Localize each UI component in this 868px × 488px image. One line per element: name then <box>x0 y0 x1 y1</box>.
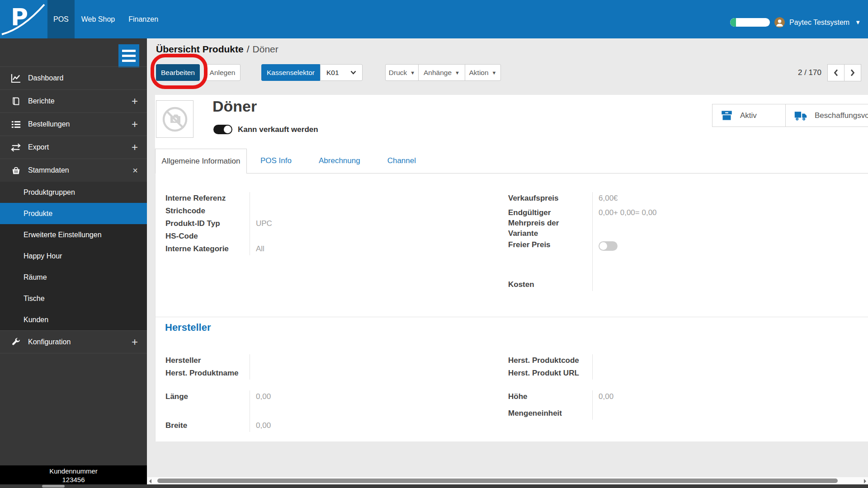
field-label: HS-Code <box>165 230 250 243</box>
customer-number-label: Kundennummer <box>0 467 147 475</box>
list-icon <box>11 120 21 129</box>
register-selector-button[interactable]: Kassenselektor <box>261 64 320 81</box>
user-avatar[interactable] <box>774 17 785 28</box>
attachments-dropdown-button[interactable]: Anhänge▼ <box>418 64 465 81</box>
expand-plus-icon[interactable]: + <box>132 337 138 347</box>
top-navbar: P POS Web Shop Finanzen Paytec Testsyste… <box>0 0 868 38</box>
sellable-row: Kann verkauft werden <box>213 125 318 134</box>
brand-logo-icon: P <box>0 0 47 38</box>
archive-box-icon <box>721 110 733 121</box>
procurement-label: Beschaffungsvorg <box>815 111 868 120</box>
field-label: Herst. Produktname <box>165 367 250 380</box>
sidebar-item-produkte[interactable]: Produkte <box>0 203 147 224</box>
sidebar: Dashboard Berichte + Bestellungen + <box>0 38 147 488</box>
sidebar-item-raeume[interactable]: Räume <box>0 267 147 288</box>
sidebar-item-erweiterte-einstellungen[interactable]: Erweiterte Einstellungen <box>0 224 147 245</box>
edit-button[interactable]: Bearbeiten <box>156 64 200 81</box>
scroll-left-arrow-icon[interactable] <box>149 479 151 483</box>
chevron-down-icon <box>350 70 356 75</box>
field-label: Herst. Produkt URL <box>508 367 592 380</box>
app-window: P POS Web Shop Finanzen Paytec Testsyste… <box>0 0 868 488</box>
no-image-icon <box>160 105 189 134</box>
sidebar-item-stammdaten[interactable]: Stammdaten × <box>0 159 147 182</box>
main-content: Übersicht Produkte/Döner Bearbeiten Anle… <box>147 38 868 488</box>
usage-progress-fill <box>730 18 736 27</box>
product-image-placeholder[interactable] <box>156 100 193 138</box>
scroll-right-arrow-icon[interactable] <box>864 479 866 483</box>
field-value <box>256 192 326 205</box>
caret-down-icon: ▼ <box>455 70 460 75</box>
horizontal-scrollbar[interactable] <box>147 477 868 484</box>
sidebar-item-happy-hour[interactable]: Happy Hour <box>0 245 147 267</box>
field-value <box>599 407 669 420</box>
collapse-x-icon[interactable]: × <box>132 166 138 175</box>
field-label: Höhe <box>508 390 592 403</box>
active-status-button[interactable]: Aktiv <box>712 104 786 127</box>
print-dropdown-button[interactable]: Druck▼ <box>385 64 419 81</box>
chart-line-icon <box>11 74 21 83</box>
register-select[interactable]: K01 <box>320 64 363 81</box>
sidebar-item-tische[interactable]: Tische <box>0 288 147 309</box>
field-label: Breite <box>165 419 250 432</box>
usage-progress-bar <box>730 18 770 27</box>
create-button[interactable]: Anlegen <box>204 64 241 81</box>
sidebar-item-label: Konfiguration <box>28 338 71 346</box>
manufacturer-heading: Hersteller <box>165 322 211 333</box>
transfer-arrows-icon <box>11 143 21 152</box>
scrollbar-thumb[interactable] <box>157 479 838 483</box>
expand-plus-icon[interactable]: + <box>132 119 138 130</box>
sidebar-item-kunden[interactable]: Kunden <box>0 309 147 330</box>
sidebar-item-export[interactable]: Export + <box>0 136 147 159</box>
expand-plus-icon[interactable]: + <box>132 142 138 153</box>
sidebar-item-konfiguration[interactable]: Konfiguration + <box>0 330 147 353</box>
book-icon <box>11 97 21 106</box>
field-value: 0,00 <box>256 390 326 403</box>
next-record-button[interactable] <box>844 64 861 81</box>
user-menu[interactable]: Paytec Testsystem <box>789 19 849 27</box>
menu-toggle-button[interactable] <box>118 44 139 67</box>
sellable-toggle[interactable] <box>213 125 232 134</box>
customer-number-footer: Kundennummer 123456 <box>0 465 147 484</box>
print-label: Druck <box>389 69 407 77</box>
nav-tab-pos[interactable]: POS <box>47 0 75 38</box>
nav-tab-webshop[interactable]: Web Shop <box>75 0 122 38</box>
caret-down-icon: ▼ <box>492 70 497 75</box>
tab-allgemeine-information[interactable]: Allgemeine Information <box>155 149 247 174</box>
navbar-right-cluster: Paytec Testsystem ▼ <box>730 0 861 38</box>
chevron-down-icon[interactable]: ▼ <box>855 19 861 26</box>
customer-number-value: 123456 <box>0 475 147 484</box>
sidebar-item-produktgruppen[interactable]: Produktgruppen <box>0 182 147 203</box>
person-icon <box>774 17 785 28</box>
breadcrumb-section[interactable]: Übersicht Produkte <box>156 44 244 54</box>
expand-plus-icon[interactable]: + <box>132 96 138 107</box>
dimensions-right-group: Höhe Mengeneinheit 0,00 <box>508 390 669 420</box>
field-value <box>256 205 326 217</box>
previous-record-button[interactable] <box>827 64 844 81</box>
nav-tab-finanzen[interactable]: Finanzen <box>122 0 165 38</box>
caret-down-icon: ▼ <box>410 70 415 75</box>
price-field-group: Verkaufspreis Endgültiger Mehrpreis der … <box>508 192 669 291</box>
tab-abrechnung[interactable]: Abrechnung <box>305 149 374 173</box>
active-status-label: Aktiv <box>740 111 757 120</box>
action-dropdown-button[interactable]: Aktion▼ <box>465 64 501 81</box>
sidebar-item-label: Export <box>28 143 49 151</box>
procurement-button[interactable]: Beschaffungsvorg <box>785 104 868 127</box>
brand-logo[interactable]: P <box>0 0 47 38</box>
sidebar-item-berichte[interactable]: Berichte + <box>0 89 147 113</box>
free-price-toggle[interactable] <box>599 241 618 251</box>
field-value: 0,00+ 0,00= 0,00 <box>599 207 669 239</box>
field-label: Freier Preis <box>508 239 592 251</box>
attachments-label: Anhänge <box>424 69 452 77</box>
sidebar-item-dashboard[interactable]: Dashboard <box>0 66 147 89</box>
product-title: Döner <box>212 98 257 115</box>
record-position: 2 / 170 <box>798 68 821 77</box>
field-label: Mengeneinheit <box>508 407 592 420</box>
record-pagination: 2 / 170 <box>798 64 861 81</box>
sidebar-item-bestellungen[interactable]: Bestellungen + <box>0 113 147 136</box>
field-label: Herst. Produktcode <box>508 354 592 367</box>
section-divider <box>156 317 868 317</box>
breadcrumb-current: Döner <box>253 44 278 54</box>
tab-pos-info[interactable]: POS Info <box>247 149 305 173</box>
tab-channel[interactable]: Channel <box>374 149 429 173</box>
field-value <box>256 230 326 243</box>
